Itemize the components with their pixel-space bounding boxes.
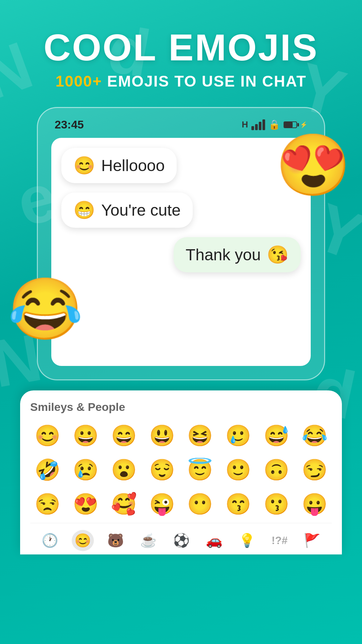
- message-emoji-1: 😊: [73, 155, 95, 176]
- emoji-cell[interactable]: 😒: [30, 489, 65, 520]
- network-indicator: H: [242, 119, 248, 130]
- emoji-cell[interactable]: 😮: [107, 454, 141, 485]
- app-title: COOL EMOJIS: [0, 27, 362, 68]
- emoji-cell[interactable]: 😗: [259, 489, 294, 520]
- emoji-cell[interactable]: 🥲: [221, 420, 256, 451]
- emoji-cell[interactable]: 🙃: [259, 454, 294, 485]
- category-flags-icon[interactable]: 🚩: [301, 530, 323, 551]
- emoji-cell[interactable]: 😢: [68, 454, 103, 485]
- message-emoji-2: 😁: [73, 200, 95, 220]
- message-row-2: 😁 You're cute: [61, 193, 301, 228]
- message-bubble-2: 😁 You're cute: [61, 193, 193, 228]
- category-travel-icon[interactable]: 🚗: [203, 530, 225, 551]
- category-symbols-icon[interactable]: !?#: [269, 532, 290, 549]
- emoji-grid-row2: 🤣 😢 😮 😌 😇 🙂 🙃 😏: [30, 454, 332, 485]
- emoji-cell[interactable]: 🙂: [221, 454, 256, 485]
- floating-emoji-left: 😂: [8, 279, 83, 339]
- message-text-3: Thank you: [186, 246, 261, 264]
- phone-mockup: 😍 😂 23:45 H 🔒 ⚡ 😊 Helloo: [37, 107, 325, 380]
- chat-area: 😊 Helloooo 😁 You're cute Thank you 😘: [51, 138, 311, 366]
- message-emoji-3: 😘: [267, 245, 289, 265]
- emoji-cell[interactable]: 😇: [183, 454, 218, 485]
- subtitle-count: 1000+: [56, 72, 102, 90]
- emoji-cell[interactable]: 😅: [259, 420, 294, 451]
- emoji-cell[interactable]: 😛: [297, 489, 332, 520]
- battery-icon: ⚡: [284, 121, 307, 128]
- emoji-cell[interactable]: 😌: [144, 454, 179, 485]
- emoji-cell[interactable]: 😊: [30, 420, 65, 451]
- status-bar: 23:45 H 🔒 ⚡: [51, 118, 311, 138]
- lock-icon: 🔒: [268, 119, 280, 130]
- emoji-cell[interactable]: 😄: [107, 420, 141, 451]
- message-text-1: Helloooo: [101, 156, 165, 175]
- message-row-1: 😊 Helloooo: [61, 148, 301, 183]
- emoji-grid-row3: 😒 😍 🥰 😜 😶 😙 😗 😛: [30, 489, 332, 520]
- emoji-cell[interactable]: 😍: [68, 489, 103, 520]
- keyboard-section-title: Smileys & People: [30, 400, 332, 414]
- category-smileys-icon[interactable]: 😊: [72, 530, 94, 551]
- emoji-cell[interactable]: 🤣: [30, 454, 65, 485]
- message-row-3: Thank you 😘: [61, 237, 301, 272]
- category-objects-icon[interactable]: 💡: [236, 530, 258, 551]
- emoji-cell[interactable]: 😏: [297, 454, 332, 485]
- signal-bars: [251, 119, 265, 130]
- category-food-icon[interactable]: ☕: [137, 530, 160, 551]
- emoji-cell[interactable]: 😶: [183, 489, 218, 520]
- message-bubble-1: 😊 Helloooo: [61, 148, 177, 183]
- category-animals-icon[interactable]: 🐻: [105, 530, 127, 551]
- subtitle-text: EMOJIS TO USE IN CHAT: [102, 72, 307, 90]
- message-bubble-3: Thank you 😘: [174, 237, 301, 272]
- floating-emoji-right: 😍: [276, 135, 351, 195]
- category-recent-icon[interactable]: 🕐: [39, 530, 61, 551]
- status-icons: H 🔒 ⚡: [242, 119, 307, 130]
- emoji-cell[interactable]: 😜: [144, 489, 179, 520]
- status-time: 23:45: [55, 118, 84, 131]
- emoji-cell[interactable]: 😙: [221, 489, 256, 520]
- app-header: COOL EMOJIS 1000+ EMOJIS TO USE IN CHAT: [0, 0, 362, 90]
- emoji-cell[interactable]: 😃: [144, 420, 179, 451]
- emoji-cell[interactable]: 😆: [183, 420, 218, 451]
- emoji-grid-row1: 😊 😀 😄 😃 😆 🥲 😅 😂: [30, 420, 332, 451]
- message-text-2: You're cute: [101, 201, 181, 219]
- emoji-cell[interactable]: 🥰: [107, 489, 141, 520]
- emoji-keyboard: Smileys & People 😊 😀 😄 😃 😆 🥲 😅 😂 🤣 😢 😮 😌…: [20, 390, 342, 554]
- category-activities-icon[interactable]: ⚽: [170, 530, 192, 551]
- emoji-cell[interactable]: 😀: [68, 420, 103, 451]
- category-bar: 🕐 😊 🐻 ☕ ⚽ 🚗 💡 !?# 🚩: [30, 523, 332, 554]
- emoji-cell[interactable]: 😂: [297, 420, 332, 451]
- app-subtitle: 1000+ EMOJIS TO USE IN CHAT: [0, 72, 362, 90]
